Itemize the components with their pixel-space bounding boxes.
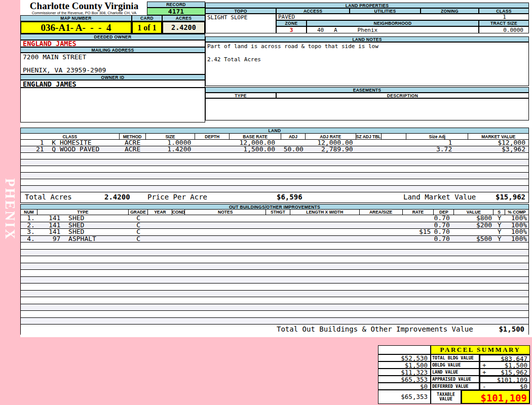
card-value: 1 of 1 <box>132 21 162 34</box>
county-title: Charlotte County Virginia <box>21 1 147 11</box>
ps-header-left-cell <box>378 345 431 354</box>
mailing-address-label: MAILING ADDRESS <box>20 47 205 53</box>
land-col-adj: ADJ <box>281 134 306 139</box>
ob-col-comp: % COMP <box>505 210 528 215</box>
ob-cell-rate: $15 <box>403 229 434 235</box>
land-cell-market-value: $3,962 <box>468 146 528 152</box>
land-cell-sz-adj-tbl <box>356 140 382 146</box>
ps-row-obldg: $1,500 OBLDG VALUE + $1,500 <box>378 361 530 369</box>
ob-cell-type: 141 SHED <box>37 222 129 229</box>
ob-row-empty <box>21 318 528 325</box>
land-market-value-amount: $15,962 <box>496 192 525 202</box>
land-cell-adj-rate: 12,000.00 <box>306 140 356 146</box>
ob-cell-s: Y <box>493 229 505 235</box>
ob-col-sthgt: STHGT <box>266 210 290 215</box>
ps-op: - <box>482 383 486 389</box>
price-per-acre-value: $6,596 <box>277 192 302 202</box>
zone-label: ZONE <box>276 20 307 26</box>
ps-left-value: $0 <box>378 383 431 390</box>
land-col-size: SIZE <box>146 134 196 139</box>
record-label: RECORD <box>147 2 205 8</box>
ob-total-value: $1,500 <box>499 325 524 334</box>
ob-cell-comp: 100% <box>505 229 528 235</box>
owner-id-value: ENGLAND JAMES <box>20 80 205 88</box>
land-col-sz-adj-tbl: SZ ADJ TBL <box>356 134 382 139</box>
acres-value: 2.4200 <box>162 21 205 34</box>
land-cell-depth <box>195 140 230 146</box>
ob-cell-comp: 100% <box>505 222 528 229</box>
ob-row-2: 2. 141 SHED C 0.70 $200 Y 100% <box>21 222 528 229</box>
ob-total-label: Total Out Buildings & Other Improvements… <box>277 325 473 334</box>
topo-value-box: SLIGHT SLOPE <box>205 14 276 33</box>
ob-col-rate: RATE <box>403 210 434 215</box>
land-cell-class: 1 K HOMESITE <box>21 140 120 146</box>
land-col-method: METHOD <box>120 134 146 139</box>
ps-left-value: $65,353 <box>378 376 431 383</box>
ps-right-value: $1,500 <box>505 362 527 368</box>
land-totals-row: Total Acres 2.4200 Price Per Acre $6,596… <box>21 192 528 202</box>
deeded-owner-value: ENGLAND JAMES <box>20 40 205 47</box>
land-notes-box: Part of land is across road & topo that … <box>205 42 529 86</box>
class-value: 1 <box>479 14 529 20</box>
ob-col-value: VALUE <box>454 210 493 215</box>
owner-notes-box <box>20 88 205 123</box>
land-cell-base-rate: 1,500.00 <box>230 146 281 152</box>
land-cell-method: ACRE <box>120 140 146 146</box>
ob-row-empty <box>21 277 528 284</box>
total-acres-value: 2.4200 <box>104 192 130 202</box>
land-col-depth: DEPTH <box>195 134 230 139</box>
land-row-empty <box>21 186 528 192</box>
ps-label: TOTAL BLDG VALUE <box>431 354 479 361</box>
address-line-2: PHENIX, VA 23959-2909 <box>21 67 106 73</box>
ob-row-empty <box>21 250 528 257</box>
access-value-box: PAVED 1 <box>276 14 529 20</box>
ob-cell-value: $800 <box>454 215 493 222</box>
easements-box <box>205 98 529 120</box>
ob-cell-grade: C <box>129 222 148 229</box>
easement-description-label: DESCRIPTION <box>276 93 529 98</box>
ob-cell-dep: 0.70 <box>434 222 454 229</box>
mailing-address-box: 7200 MAIN STREET PHENIX, VA 23959-2909 <box>20 53 205 74</box>
ps-left-value: $11,323 <box>378 369 431 376</box>
ob-column-headers: NUM TYPE GRADE YEAR COND NOTES STHGT LEN… <box>21 210 528 215</box>
land-market-value-label: Land Market Value <box>403 192 476 202</box>
taxable-value-label: TAXABLE VALUE <box>431 390 461 404</box>
topo-label: TOPO <box>205 8 276 14</box>
ob-col-area-size: AREA/SIZE <box>360 210 403 215</box>
ob-row-empty <box>21 291 528 298</box>
ps-label: APPRAISED VALUE <box>431 376 479 383</box>
map-number-value[interactable]: 036-A1- A- - - 4 <box>20 21 132 34</box>
land-table: LAND CLASS METHOD SIZE DEPTH BASE RATE A… <box>20 128 529 203</box>
ps-right-cell: $83,647 <box>479 354 530 361</box>
ob-cell-grade: C <box>129 236 148 242</box>
land-cell-size-adj: 1 <box>406 140 468 146</box>
ob-cell-grade: C <box>129 215 148 222</box>
taxable-left-value: $65,353 <box>378 390 431 404</box>
ob-cell-value: $200 <box>454 222 493 229</box>
ob-col-type: TYPE <box>37 210 129 215</box>
land-properties-title: LAND PROPERTIES <box>205 3 529 8</box>
land-cell-base-rate: 12,000.00 <box>230 140 281 146</box>
land-notes-title: LAND NOTES <box>205 36 529 42</box>
ob-col-notes: NOTES <box>185 210 266 215</box>
ps-row-land: $11,323 LAND VALUE + $15,962 <box>378 369 530 376</box>
ob-col-dep: DEP <box>434 210 454 215</box>
ob-cell-s: Y <box>493 222 505 229</box>
ob-cell-dep: 0.70 <box>434 229 454 235</box>
ob-col-s: S <box>493 210 505 215</box>
topo-value: SLIGHT SLOPE <box>206 14 276 21</box>
ob-cell-num: 3. <box>21 229 37 235</box>
ob-row-1: 1. 141 SHED C 0.70 $800 Y 100% <box>21 215 528 222</box>
land-row-empty <box>21 153 528 159</box>
acres-label: ACRES <box>162 15 205 21</box>
ob-cell-type: 141 SHED <box>37 215 129 222</box>
land-row-empty <box>21 179 528 186</box>
ps-right-cell: + $15,962 <box>479 369 530 376</box>
easements-title: EASEMENTS <box>205 87 529 93</box>
land-section-title: LAND <box>21 128 528 134</box>
price-per-acre-label: Price Per Acre <box>147 192 207 202</box>
ps-label: LAND VALUE <box>431 369 479 376</box>
address-line-1: 7200 MAIN STREET <box>21 54 86 60</box>
ob-cell-s: Y <box>493 215 505 222</box>
record-value[interactable]: 4171 <box>147 8 205 15</box>
